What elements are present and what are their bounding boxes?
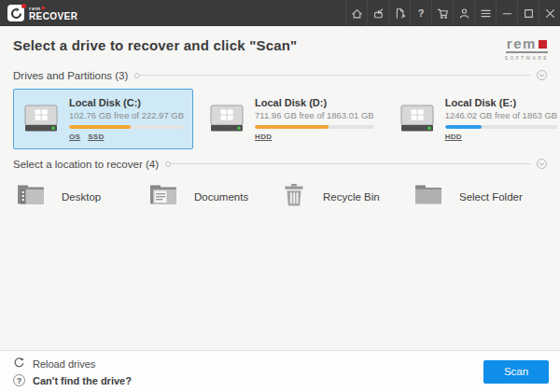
locations-collapse-chevron-down-icon[interactable] [537,159,547,169]
drive-card-c[interactable]: Local Disk (C:) 102.76 GB free of 222.97… [13,89,193,149]
drive-tags: OS SSD [69,133,184,141]
product-name: RECOVER [29,12,77,21]
drive-usage-bar [69,125,184,129]
footer: Reload drives ? Can't find the drive? Sc… [0,350,560,392]
reload-drives-label: Reload drives [33,358,95,370]
locations-section-label: Select a location to recover (4) [13,159,159,170]
header: Select a drive to recover and click "Sca… [0,26,560,61]
account-icon[interactable] [453,0,474,26]
drive-name: Local Disk (E:) [445,97,557,108]
brand-red-square [42,7,45,9]
cant-find-drive-label: Can't find the drive? [33,375,132,386]
minimize-icon[interactable] [496,0,517,26]
recycle-bin-icon [282,183,306,211]
file-icon[interactable] [388,0,410,26]
location-label: Desktop [62,191,101,203]
help-icon[interactable]: ? [410,0,431,26]
drives-collapse-chevron-down-icon[interactable] [537,70,547,80]
drive-name: Local Disk (D:) [255,97,374,108]
home-icon[interactable] [345,0,367,26]
section-divider [134,73,530,78]
refresh-icon [13,357,25,371]
drive-list: Local Disk (C:) 102.76 GB free of 222.97… [13,89,547,149]
brand-red-square [539,40,547,49]
remo-recover-logo-icon [7,5,24,21]
location-list: Desktop Documents Recycle Bin Select Fol… [17,183,547,211]
remo-software-logo: rem SOFTWARE [505,37,549,61]
cart-icon[interactable] [431,0,453,26]
folder-icon [414,183,442,210]
question-circle-icon: ? [13,374,25,386]
logo-red-dot [21,4,26,8]
titlebar-icons: ? [345,0,560,26]
drives-section-label: Drives and Partitions (3) [13,70,128,81]
brand-small-text: rem [29,6,77,11]
locations-section-header: Select a location to recover (4) [13,159,547,170]
maximize-icon[interactable] [517,0,539,26]
location-select-folder[interactable]: Select Folder [414,183,547,211]
drive-card-d[interactable]: Local Disk (D:) 711.96 GB free of 1863.0… [199,89,384,149]
location-label: Select Folder [459,191,523,203]
location-desktop[interactable]: Desktop [17,183,149,211]
drive-tags: HDD [255,133,374,141]
hard-drive-icon [208,104,245,133]
drive-tag-hdd: HDD [445,133,462,141]
drive-capacity: 711.96 GB free of 1863.01 GB [255,110,374,120]
section-divider [165,161,530,167]
close-icon[interactable] [539,0,560,26]
cant-find-drive-link[interactable]: ? Can't find the drive? [13,374,132,386]
page-title: Select a drive to recover and click "Sca… [13,37,297,53]
scan-button[interactable]: Scan [483,360,549,384]
brand-name: rem [507,38,537,50]
location-label: Documents [194,191,248,203]
drive-card-e[interactable]: Local Disk (E:) 1246.02 GB free of 1863 … [389,89,560,149]
app-window: rem RECOVER ? [0,0,560,392]
drive-capacity: 102.76 GB free of 222.97 GB [69,110,184,120]
drive-tag-ssd: SSD [88,133,104,141]
drive-usage-bar [255,125,374,129]
location-label: Recycle Bin [323,191,380,203]
menu-icon[interactable] [474,0,496,26]
drive-tags: HDD [445,133,557,141]
titlebar: rem RECOVER ? [0,0,560,26]
drive-name: Local Disk (C:) [69,97,184,108]
location-recycle-bin[interactable]: Recycle Bin [282,183,414,211]
brand-tagline: SOFTWARE [505,55,549,61]
drives-section-header: Drives and Partitions (3) [13,70,547,81]
drive-capacity: 1246.02 GB free of 1863 GB [445,110,557,120]
drive-usage-bar [445,125,557,129]
drive-tag-os: OS [69,133,80,141]
location-documents[interactable]: Documents [149,183,282,211]
hard-drive-icon [399,104,436,133]
desktop-folder-icon [17,183,45,210]
hard-drive-icon [22,104,60,133]
documents-folder-icon [149,183,177,210]
reload-drives-button[interactable]: Reload drives [13,357,132,371]
product-wordmark: rem RECOVER [29,6,77,21]
import-icon[interactable] [367,0,388,26]
drive-tag-hdd: HDD [255,133,272,141]
